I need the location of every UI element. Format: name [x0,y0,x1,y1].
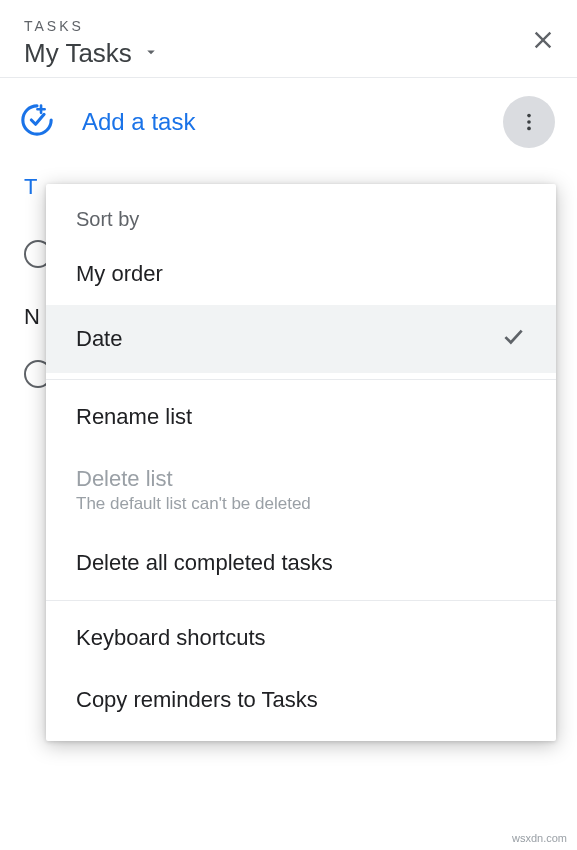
more-vertical-icon [518,111,540,133]
menu-item-label: Delete all completed tasks [76,550,333,576]
options-menu: Sort by My order Date Rename list Delete… [46,184,556,741]
toolbar: Add a task [0,78,577,166]
menu-item-keyboard-shortcuts[interactable]: Keyboard shortcuts [46,607,556,669]
menu-divider [46,600,556,601]
close-icon [529,26,557,54]
list-title: My Tasks [24,38,132,69]
menu-item-label: Copy reminders to Tasks [76,687,318,713]
menu-item-date[interactable]: Date [46,305,556,373]
add-task-button[interactable]: Add a task [82,108,503,136]
svg-point-2 [527,127,531,131]
add-task-icon [20,103,54,141]
task-text: N [24,304,40,330]
menu-item-label: Keyboard shortcuts [76,625,266,651]
menu-item-rename-list[interactable]: Rename list [46,386,556,448]
menu-item-label: Delete list [76,466,311,492]
menu-item-delete-list: Delete list The default list can't be de… [46,448,556,532]
chevron-down-icon [142,43,160,65]
check-icon [500,323,526,355]
list-selector[interactable]: My Tasks [24,38,553,69]
app-label: TASKS [24,18,553,34]
menu-heading-sort: Sort by [46,194,556,243]
menu-item-subtext: The default list can't be deleted [76,494,311,514]
menu-item-copy-reminders[interactable]: Copy reminders to Tasks [46,669,556,731]
menu-item-label: Rename list [76,404,192,430]
more-options-button[interactable] [503,96,555,148]
close-button[interactable] [529,26,557,58]
menu-item-my-order[interactable]: My order [46,243,556,305]
menu-item-label: My order [76,261,163,287]
panel-header: TASKS My Tasks [0,0,577,78]
menu-item-label: Date [76,326,122,352]
svg-point-1 [527,120,531,124]
watermark: wsxdn.com [512,832,567,844]
menu-divider [46,379,556,380]
menu-item-delete-completed[interactable]: Delete all completed tasks [46,532,556,594]
svg-point-0 [527,114,531,118]
